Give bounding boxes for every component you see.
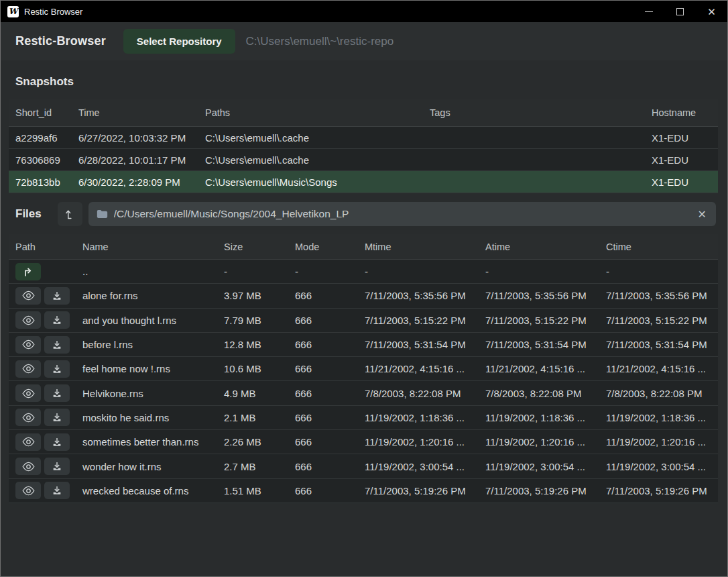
download-file-button[interactable] bbox=[44, 360, 70, 378]
file-name: Helvikone.rns bbox=[76, 388, 217, 399]
file-ctime: 7/11/2003, 5:31:54 PM bbox=[599, 339, 718, 350]
file-mode: 666 bbox=[288, 436, 358, 448]
file-size: - bbox=[217, 266, 288, 277]
file-ctime: 7/11/2003, 5:19:26 PM bbox=[599, 485, 718, 496]
snapshot-row[interactable]: a2299af66/27/2022, 10:03:32 PMC:\Users\e… bbox=[9, 127, 718, 149]
repository-path-text: C:\Users\emuell\~\restic-repo bbox=[246, 35, 394, 48]
snapshot-row[interactable]: 763068696/28/2022, 10:01:17 PMC:\Users\e… bbox=[9, 149, 718, 171]
open-parent-dir-button[interactable] bbox=[15, 263, 41, 280]
download-file-button[interactable] bbox=[44, 409, 70, 426]
file-row: sometimes better than.rns2.26 MB66611/19… bbox=[9, 430, 718, 454]
snapshot-row[interactable]: 72b813bb6/30/2022, 2:28:09 PMC:\Users\em… bbox=[9, 171, 718, 193]
files-bar: Files /C/Users/emuell/Music/Songs/2004_H… bbox=[1, 193, 727, 234]
file-mtime: 7/8/2003, 8:22:08 PM bbox=[358, 388, 479, 399]
download-icon bbox=[52, 339, 62, 350]
view-file-button[interactable] bbox=[15, 360, 41, 378]
eye-icon bbox=[22, 339, 35, 350]
file-atime: - bbox=[479, 266, 599, 277]
file-row: moskito he said.rns2.1 MB66611/19/2002, … bbox=[9, 406, 718, 430]
download-file-button[interactable] bbox=[44, 433, 70, 451]
file-ctime: 7/11/2003, 5:35:56 PM bbox=[599, 290, 718, 301]
view-file-button[interactable] bbox=[15, 287, 41, 305]
file-atime: 11/19/2002, 1:20:16 ... bbox=[479, 436, 599, 448]
parent-dir-actions bbox=[9, 263, 76, 280]
select-repository-button[interactable]: Select Repository bbox=[123, 29, 235, 54]
column-header-ctime: Ctime bbox=[599, 242, 718, 252]
view-file-button[interactable] bbox=[15, 311, 41, 329]
file-atime: 7/11/2003, 5:19:26 PM bbox=[479, 485, 599, 496]
snapshot-short-id: 76306869 bbox=[9, 154, 72, 166]
file-ctime: 11/21/2002, 4:15:16 ... bbox=[599, 363, 718, 374]
file-ctime: 11/19/2002, 3:00:54 ... bbox=[599, 461, 718, 472]
file-mtime: 11/19/2002, 1:18:36 ... bbox=[358, 412, 479, 423]
column-header-name: Name bbox=[76, 242, 217, 252]
column-header-mode: Mode bbox=[288, 242, 358, 252]
file-size: 1.51 MB bbox=[217, 485, 288, 496]
download-icon bbox=[52, 388, 62, 399]
snapshot-short-id: a2299af6 bbox=[9, 132, 72, 144]
file-atime: 11/21/2002, 4:15:16 ... bbox=[479, 363, 599, 374]
eye-icon bbox=[22, 486, 35, 496]
download-file-button[interactable] bbox=[44, 311, 70, 329]
column-header-atime: Atime bbox=[479, 242, 599, 252]
file-actions bbox=[9, 482, 76, 499]
file-mode: 666 bbox=[288, 315, 358, 326]
download-file-button[interactable] bbox=[44, 287, 70, 305]
download-icon bbox=[52, 364, 62, 374]
close-button[interactable]: ✕ bbox=[696, 1, 727, 22]
minimize-button[interactable] bbox=[633, 1, 664, 22]
minimize-icon bbox=[645, 11, 653, 12]
view-file-button[interactable] bbox=[15, 409, 41, 426]
file-actions bbox=[9, 458, 76, 475]
wails-logo-icon: W bbox=[7, 6, 19, 17]
snapshot-paths: C:\Users\emuell\.cache bbox=[198, 132, 423, 144]
column-header-short-id: Short_id bbox=[9, 107, 72, 118]
eye-icon bbox=[22, 364, 35, 374]
file-row: Helvikone.rns4.9 MB6667/8/2003, 8:22:08 … bbox=[9, 381, 718, 405]
go-to-parent-button[interactable] bbox=[58, 202, 82, 226]
file-mode: 666 bbox=[288, 363, 358, 374]
download-file-button[interactable] bbox=[44, 336, 70, 354]
snapshots-table-header: Short_id Time Paths Tags Hostname bbox=[9, 99, 718, 127]
download-icon bbox=[52, 485, 62, 496]
file-size: 4.9 MB bbox=[217, 388, 288, 399]
file-mode: - bbox=[288, 266, 358, 277]
current-path-value: /C/Users/emuell/Music/Songs/2004_Helveti… bbox=[114, 208, 696, 220]
file-mode: 666 bbox=[288, 388, 358, 399]
view-file-button[interactable] bbox=[15, 482, 41, 499]
column-header-size: Size bbox=[217, 242, 288, 252]
file-row: wonder how it.rns2.7 MB66611/19/2002, 3:… bbox=[9, 454, 718, 478]
eye-icon bbox=[22, 413, 35, 423]
file-name: .. bbox=[76, 266, 217, 277]
titlebar: W Restic Browser ✕ bbox=[1, 1, 727, 22]
file-mode: 666 bbox=[288, 412, 358, 423]
file-mtime: - bbox=[358, 266, 479, 277]
file-size: 2.7 MB bbox=[217, 461, 288, 472]
eye-icon bbox=[22, 462, 35, 472]
column-header-tags: Tags bbox=[423, 107, 645, 118]
file-size: 2.1 MB bbox=[217, 412, 288, 423]
download-file-button[interactable] bbox=[44, 458, 70, 475]
snapshot-hostname: X1-EDU bbox=[645, 176, 718, 188]
view-file-button[interactable] bbox=[15, 458, 41, 475]
snapshot-paths: C:\Users\emuell\Music\Songs bbox=[198, 176, 423, 188]
download-file-button[interactable] bbox=[44, 482, 70, 499]
current-path-input[interactable]: /C/Users/emuell/Music/Songs/2004_Helveti… bbox=[88, 202, 716, 226]
files-table: Path Name Size Mode Mtime Atime Ctime ..… bbox=[9, 234, 718, 503]
file-atime: 7/8/2003, 8:22:08 PM bbox=[479, 388, 599, 399]
eye-icon bbox=[22, 388, 35, 399]
view-file-button[interactable] bbox=[15, 433, 41, 451]
file-name: alone for.rns bbox=[76, 290, 217, 301]
clear-path-icon[interactable]: ✕ bbox=[696, 208, 708, 221]
file-size: 2.26 MB bbox=[217, 436, 288, 448]
window-controls: ✕ bbox=[633, 1, 727, 22]
download-file-button[interactable] bbox=[44, 384, 70, 402]
view-file-button[interactable] bbox=[15, 384, 41, 402]
files-table-header: Path Name Size Mode Mtime Atime Ctime bbox=[9, 234, 718, 260]
eye-icon bbox=[22, 437, 35, 447]
eye-icon bbox=[22, 291, 35, 301]
view-file-button[interactable] bbox=[15, 336, 41, 354]
file-actions bbox=[9, 360, 76, 378]
maximize-button[interactable] bbox=[664, 1, 696, 22]
download-icon bbox=[52, 315, 62, 325]
